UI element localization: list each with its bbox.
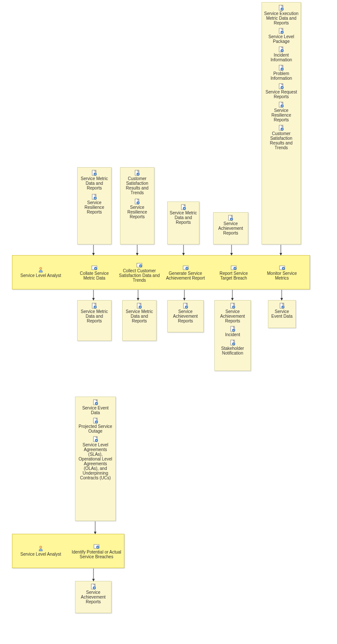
activity-label: Generate Service Achievement Report (164, 271, 207, 280)
activity-cell[interactable]: Collate Service Metric Data (73, 256, 116, 289)
document-icon (93, 418, 99, 424)
document-icon (278, 5, 284, 11)
document-icon (230, 303, 236, 309)
input-box: Service Event Data Projected Service Out… (75, 397, 116, 521)
artifact-label: Service Resilience Reports (122, 205, 152, 219)
document-icon (91, 303, 97, 309)
input-box: Service Execution Metric Data and Report… (262, 2, 301, 244)
artifact-label: Service Achievement Reports (169, 309, 202, 323)
document-icon (228, 215, 234, 221)
artifact-label: Service Event Data (77, 406, 114, 415)
artifact-label: Service Metric Data and Reports (169, 211, 197, 225)
artifact-label: Service Achievement Reports (217, 309, 249, 323)
output-box: Service Achievement Reports Incident Sta… (214, 300, 251, 371)
document-icon (136, 303, 142, 309)
activity-cell[interactable]: Report Service Target Breach (212, 256, 255, 289)
document-icon (181, 204, 187, 210)
activity-icon (91, 265, 97, 271)
input-box: Service Achievement Reports (213, 212, 248, 244)
document-icon (279, 303, 285, 309)
artifact-label: Service Achievement Reports (77, 590, 109, 604)
document-icon (230, 340, 236, 346)
output-box: Service Metric Data and Reports (77, 300, 111, 341)
artifact-label: Service Metric Data and Reports (79, 309, 109, 323)
document-icon (91, 194, 97, 200)
artifact-label: Service Request Reports (264, 90, 299, 99)
activity-cell[interactable]: Monitor Service Metrics (259, 256, 304, 289)
activity-icon (183, 265, 189, 271)
activity-label: Identify Potential or Actual Service Bre… (72, 550, 121, 559)
artifact-label: Customer Satisfaction Results and Trends (122, 176, 152, 195)
artifact-label: Incident (225, 332, 240, 337)
output-box: Service Event Data (268, 300, 296, 328)
activity-label: Collect Customer Satisfaction Data and T… (119, 268, 160, 283)
role-label: Service Level Analyst (20, 552, 61, 557)
activity-cell[interactable]: Collect Customer Satisfaction Data and T… (118, 256, 161, 289)
document-icon (278, 46, 284, 52)
diagram-canvas: Service Metric Data and Reports Service … (0, 0, 337, 644)
activity-label: Report Service Target Breach (213, 271, 254, 280)
input-box: Customer Satisfaction Results and Trends… (120, 167, 154, 244)
document-icon (278, 28, 284, 34)
document-icon (278, 102, 284, 108)
output-box: Service Achievement Reports (167, 300, 204, 332)
activity-label: Monitor Service Metrics (260, 271, 304, 280)
activity-cell[interactable]: Identify Potential or Actual Service Bre… (71, 535, 122, 567)
activity-icon (279, 265, 285, 271)
activity-icon (136, 262, 142, 268)
artifact-label: Service Event Data (270, 309, 294, 319)
person-icon (38, 545, 44, 551)
artifact-label: Stakeholder Notification (217, 346, 249, 355)
activity-icon (93, 543, 99, 549)
artifact-label: Service Resilience Reports (79, 200, 109, 214)
artifact-label: Service Achievement Reports (215, 221, 246, 235)
document-icon (230, 326, 236, 332)
activity-cell[interactable]: Generate Service Achievement Report (163, 256, 208, 289)
artifact-label: Customer Satisfaction Results and Trends (264, 131, 299, 150)
document-icon (134, 170, 140, 176)
document-icon (91, 170, 97, 176)
artifact-label: Service Metric Data and Reports (124, 309, 154, 323)
role-label: Service Level Analyst (20, 273, 61, 278)
document-icon (278, 83, 284, 89)
artifact-label: Incident Information (264, 53, 299, 62)
artifact-label: Projected Service Outage (77, 424, 114, 433)
role-cell: Service Level Analyst (13, 535, 69, 567)
document-icon (134, 199, 140, 205)
artifact-label: Service Resilience Reports (264, 108, 299, 122)
document-icon (278, 125, 284, 131)
artifact-label: Problem Information (264, 71, 299, 81)
input-box: Service Metric Data and Reports Service … (77, 167, 111, 244)
document-icon (93, 436, 99, 442)
output-box: Service Metric Data and Reports (122, 300, 156, 341)
role-cell: Service Level Analyst (13, 256, 69, 289)
document-icon (278, 65, 284, 71)
artifact-label: Service Level Agreements (SLAs), Operati… (77, 442, 114, 480)
person-icon (38, 267, 44, 273)
document-icon (90, 584, 96, 590)
document-icon (183, 303, 189, 309)
artifact-label: Service Execution Metric Data and Report… (264, 11, 299, 25)
artifact-label: Service Level Package (264, 34, 299, 44)
output-box: Service Achievement Reports (75, 581, 111, 613)
document-icon (93, 399, 99, 405)
activity-icon (231, 265, 237, 271)
input-box: Service Metric Data and Reports (167, 202, 199, 244)
artifact-label: Service Metric Data and Reports (79, 176, 109, 190)
activity-label: Collate Service Metric Data (74, 271, 115, 280)
